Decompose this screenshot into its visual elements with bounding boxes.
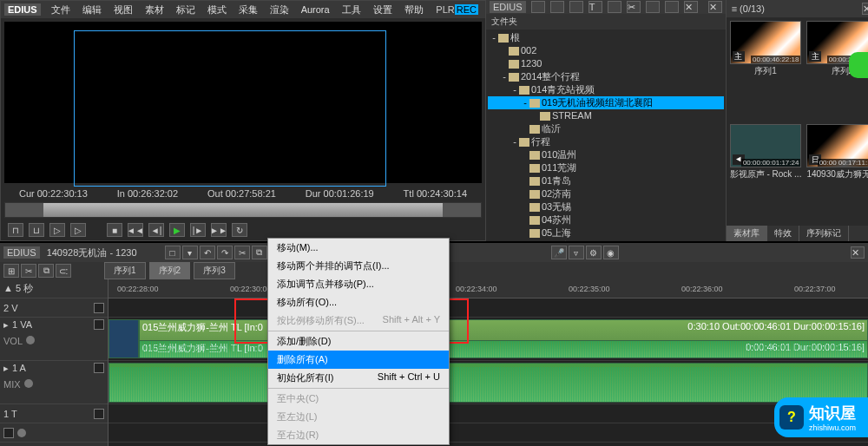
tree-node[interactable]: 02济南 xyxy=(488,187,724,200)
cut-btn[interactable]: ✂ xyxy=(234,246,250,259)
save-btn[interactable]: ▾ xyxy=(182,246,198,259)
clip-thumb[interactable] xyxy=(108,319,139,358)
bin-clip[interactable]: 日00:00 00:17:11:15140930威力狮无... xyxy=(806,124,868,222)
tab-seq2[interactable]: 序列2 xyxy=(149,262,191,279)
context-menu[interactable]: 移动(M)...移动两个并排的调节点(I)...添加调节点并移动(P)...移动… xyxy=(267,238,450,445)
tree-node[interactable]: -019无机油视频组湖北襄阳 xyxy=(488,96,724,109)
title-icon[interactable]: T xyxy=(589,1,602,13)
track-x[interactable] xyxy=(0,423,108,443)
menu-mark[interactable]: 标记 xyxy=(171,2,201,18)
track-2v[interactable]: 2 V xyxy=(0,298,108,318)
track-row-1va[interactable]: 015兰州威力狮-兰州 TL [In:00:30:10 Out:00:00:46… xyxy=(108,318,868,361)
mark-in-btn[interactable]: ⊓ xyxy=(8,223,23,237)
bin-clip[interactable]: ◄00:00:00:01:17:24影视原声 - Rock ... xyxy=(730,124,802,222)
tab-markers[interactable]: 序列标记 xyxy=(799,226,849,241)
copy-btn[interactable]: ⧉ xyxy=(252,246,267,259)
ctx-item[interactable]: 初始化所有(I)Shift + Ctrl + U xyxy=(268,369,449,387)
menu-mode[interactable]: 模式 xyxy=(202,2,232,18)
mic-icon[interactable]: 🎤 xyxy=(551,246,567,259)
redo-btn[interactable]: ↷ xyxy=(217,246,233,259)
folder-tree[interactable]: -根 0021230-2014整个行程-014青充站视频-019无机油视频组湖北… xyxy=(486,30,726,241)
menu-render[interactable]: 渲染 xyxy=(265,2,294,18)
tree-node[interactable]: 002 xyxy=(488,44,724,57)
ripple-btn[interactable]: ✂ xyxy=(21,264,36,278)
copy-icon[interactable] xyxy=(646,1,660,13)
track-row-2v[interactable] xyxy=(108,298,868,318)
rew-btn[interactable]: ◄◄ xyxy=(128,223,143,237)
tree-node[interactable]: -2014整个行程 xyxy=(488,70,724,83)
tree-node[interactable]: 011芜湖 xyxy=(488,161,724,174)
tree-node[interactable]: 01青岛 xyxy=(488,174,724,187)
menu-aurora[interactable]: Aurora xyxy=(296,3,335,16)
preview-viewport[interactable] xyxy=(4,22,482,183)
next-btn[interactable]: ▷ xyxy=(70,223,86,237)
track-1a[interactable]: ▸1 A MIX xyxy=(0,361,108,404)
play-btn[interactable]: ▶ xyxy=(169,223,185,237)
tree-node[interactable]: 1230 xyxy=(488,57,724,70)
loop-btn[interactable]: ↻ xyxy=(232,223,247,237)
menu-clip[interactable]: 素材 xyxy=(140,2,169,18)
close-icon[interactable]: ✕ xyxy=(708,1,722,13)
plr-rec-toggle[interactable]: PLRREC xyxy=(432,3,482,16)
close-icon[interactable]: ✕ xyxy=(862,3,868,15)
tab-seq3[interactable]: 序列3 xyxy=(194,262,235,279)
tree-node[interactable]: 临沂 xyxy=(488,122,724,135)
render-btn[interactable]: ◉ xyxy=(603,246,619,259)
tree-node[interactable]: 05上海 xyxy=(488,226,724,239)
audio-clip-1[interactable]: 015兰州威力狮-兰州 TL [In:00:00:46:01 Dur:00:00… xyxy=(139,340,868,358)
magnet-btn[interactable]: ⊂: xyxy=(56,264,71,278)
step-fwd-btn[interactable]: |► xyxy=(190,223,206,237)
track-1va[interactable]: ▸1 VA VOL xyxy=(0,318,108,361)
stop-btn[interactable]: ■ xyxy=(107,223,122,237)
menu-tools[interactable]: 工具 xyxy=(337,2,366,18)
tree-node[interactable]: STREAM xyxy=(488,109,724,122)
cut-icon[interactable]: ✂ xyxy=(627,1,641,13)
new-icon[interactable] xyxy=(569,1,583,13)
timeline-tracks[interactable]: 00:22:28:0000:22:30:0000:22:32:0000:22:3… xyxy=(108,279,868,446)
track-row-x[interactable] xyxy=(108,423,868,443)
prev-btn[interactable]: ▷ xyxy=(49,223,65,237)
time-ruler[interactable]: 00:22:28:0000:22:30:0000:22:32:0000:22:3… xyxy=(108,279,868,298)
search-icon[interactable] xyxy=(531,1,545,13)
tab-effects[interactable]: 特效 xyxy=(767,226,799,241)
ctx-item[interactable]: 删除所有(A) xyxy=(268,351,449,369)
settings-btn[interactable]: ⚙ xyxy=(586,246,602,259)
track-1t[interactable]: 1 T xyxy=(0,404,108,423)
new-seq-btn[interactable]: □ xyxy=(165,246,181,259)
menu-view[interactable]: 视图 xyxy=(108,2,138,18)
tab-library[interactable]: 素材库 xyxy=(727,226,767,241)
tree-node[interactable]: 06南京 xyxy=(488,239,724,241)
tree-node[interactable]: 03无锡 xyxy=(488,200,724,213)
bin-grid[interactable]: 主00:00:46:22:18序列1主00:00:24:30:14序列2◄00:… xyxy=(727,17,868,226)
ctx-item[interactable]: 移动两个并排的调节点(I)... xyxy=(268,257,449,275)
folder-icon[interactable] xyxy=(550,1,564,13)
menu-settings[interactable]: 设置 xyxy=(368,2,398,18)
audio-clip-2[interactable] xyxy=(108,363,868,403)
paste-icon[interactable] xyxy=(665,1,679,13)
tree-node[interactable]: -行程 xyxy=(488,135,724,148)
menu-edit[interactable]: 编辑 xyxy=(77,2,107,18)
ctx-item[interactable]: 移动(M)... xyxy=(268,239,449,257)
step-back-btn[interactable]: ◄| xyxy=(148,223,164,237)
delete-icon[interactable]: ✕ xyxy=(684,1,698,13)
props-icon[interactable] xyxy=(608,1,621,13)
track-row-1a[interactable] xyxy=(108,361,868,404)
tree-node[interactable]: 010温州 xyxy=(488,148,724,161)
scrub-bar[interactable] xyxy=(4,202,482,218)
tree-node[interactable]: -014青充站视频 xyxy=(488,83,724,96)
track-row-1t[interactable] xyxy=(108,404,868,423)
tree-root[interactable]: -根 xyxy=(488,31,724,44)
mark-out-btn[interactable]: ⊔ xyxy=(29,223,44,237)
snap-btn[interactable]: ⊞ xyxy=(3,264,19,278)
ctx-item[interactable]: 移动所有(O)... xyxy=(268,293,449,312)
menu-help[interactable]: 帮助 xyxy=(399,2,429,18)
menu-capture[interactable]: 采集 xyxy=(233,2,263,18)
bin-clip[interactable]: 主00:00:46:22:18序列1 xyxy=(730,21,802,119)
undo-btn[interactable]: ↶ xyxy=(200,246,215,259)
ffwd-btn[interactable]: ►► xyxy=(211,223,227,237)
scale-header[interactable]: ▲ 5 秒 xyxy=(0,279,108,298)
marker-btn[interactable]: ▿ xyxy=(569,246,584,259)
tab-seq1[interactable]: 序列1 xyxy=(104,262,146,279)
ctx-item[interactable]: 添加调节点并移动(P)... xyxy=(268,275,449,293)
close-icon[interactable]: ✕ xyxy=(851,246,865,259)
